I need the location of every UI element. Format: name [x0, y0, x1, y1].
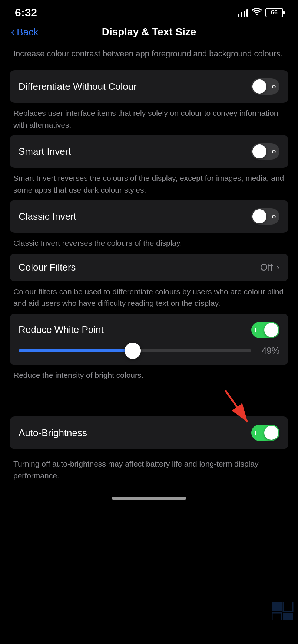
smart-invert-toggle[interactable]: O — [251, 143, 279, 160]
svg-rect-5 — [283, 613, 293, 620]
battery-icon: 66 — [265, 8, 283, 17]
back-button[interactable]: ‹ Back — [11, 26, 38, 38]
status-time: 6:32 — [15, 6, 37, 19]
auto-brightness-label: Auto-Brightness — [19, 427, 87, 439]
reduce-white-point-thumb — [264, 323, 278, 337]
auto-brightness-toggle[interactable]: I — [251, 425, 279, 441]
reduce-white-point-slider-track[interactable] — [19, 349, 251, 352]
status-bar: 6:32 66 — [0, 0, 298, 22]
auto-brightness-thumb — [264, 426, 278, 440]
annotation-container — [10, 387, 288, 428]
svg-rect-4 — [272, 613, 282, 620]
smart-invert-desc: Smart Invert reverses the colours of the… — [10, 168, 288, 196]
differentiate-without-colour-track: O — [251, 78, 279, 95]
classic-invert-row: Classic Invert O — [10, 200, 288, 233]
smart-invert-row: Smart Invert O — [10, 135, 288, 168]
svg-line-1 — [225, 390, 248, 422]
reduce-white-point-slider-fill — [19, 349, 133, 352]
reduce-white-point-track: I — [251, 322, 279, 338]
classic-invert-thumb — [252, 209, 266, 223]
intro-description: Increase colour contrast between app for… — [10, 44, 288, 70]
back-chevron-icon: ‹ — [11, 26, 14, 38]
smart-invert-track: O — [251, 143, 279, 160]
differentiate-without-colour-block: Differentiate Without Colour O Replaces … — [10, 70, 288, 131]
differentiate-without-colour-label: Differentiate Without Colour — [19, 81, 137, 92]
reduce-white-point-on-label: I — [255, 327, 256, 333]
smart-invert-label: Smart Invert — [19, 146, 71, 157]
colour-filters-block: Colour Filters Off › Colour filters can … — [10, 254, 288, 309]
classic-invert-desc: Classic Invert reverses the colours of t… — [10, 233, 288, 249]
reduce-white-point-slider-container: 49% — [19, 346, 279, 356]
reduce-white-point-slider-value: 49% — [257, 346, 279, 356]
svg-rect-2 — [272, 602, 282, 611]
svg-rect-3 — [283, 602, 293, 611]
wifi-icon — [252, 8, 262, 17]
auto-brightness-track: I — [251, 425, 279, 441]
colour-filters-nav-value: Off › — [260, 262, 279, 273]
settings-content: Increase colour contrast between app for… — [0, 44, 298, 481]
page-title: Display & Text Size — [102, 26, 196, 38]
colour-filters-value: Off — [260, 262, 273, 273]
colour-filters-desc: Colour filters can be used to differenti… — [10, 281, 288, 309]
smart-invert-thumb — [252, 144, 266, 158]
nav-bar: ‹ Back Display & Text Size — [0, 22, 298, 44]
back-label: Back — [17, 26, 38, 38]
differentiate-without-colour-thumb — [252, 79, 266, 94]
watermark — [272, 602, 294, 622]
differentiate-without-colour-toggle[interactable]: O — [251, 78, 279, 95]
reduce-white-point-block: Reduce White Point I 49% — [10, 314, 288, 365]
reduce-white-point-slider-thumb[interactable] — [125, 343, 141, 359]
auto-brightness-on-label: I — [255, 430, 256, 436]
differentiate-without-colour-desc: Replaces user interface items that rely … — [10, 103, 288, 131]
red-arrow-annotation — [192, 387, 266, 428]
smart-invert-block: Smart Invert O Smart Invert reverses the… — [10, 135, 288, 196]
reduce-white-point-header: Reduce White Point I — [19, 322, 279, 338]
classic-invert-track: O — [251, 208, 279, 225]
auto-brightness-desc: Turning off auto-brightness may affect b… — [10, 454, 288, 481]
reduce-white-point-desc: Reduce the intensity of bright colours. — [10, 369, 288, 387]
reduce-white-point-label: Reduce White Point — [19, 324, 104, 336]
colour-filters-label: Colour Filters — [19, 262, 76, 273]
signal-bars-icon — [238, 9, 248, 17]
classic-invert-block: Classic Invert O Classic Invert reverses… — [10, 200, 288, 249]
home-indicator — [0, 486, 298, 507]
classic-invert-label: Classic Invert — [19, 211, 76, 222]
classic-invert-toggle[interactable]: O — [251, 208, 279, 225]
reduce-white-point-toggle[interactable]: I — [251, 322, 279, 338]
home-bar — [112, 497, 186, 500]
colour-filters-chevron-icon: › — [277, 262, 279, 272]
differentiate-without-colour-row: Differentiate Without Colour O — [10, 70, 288, 103]
colour-filters-row[interactable]: Colour Filters Off › — [10, 254, 288, 281]
status-icons: 66 — [238, 8, 283, 17]
